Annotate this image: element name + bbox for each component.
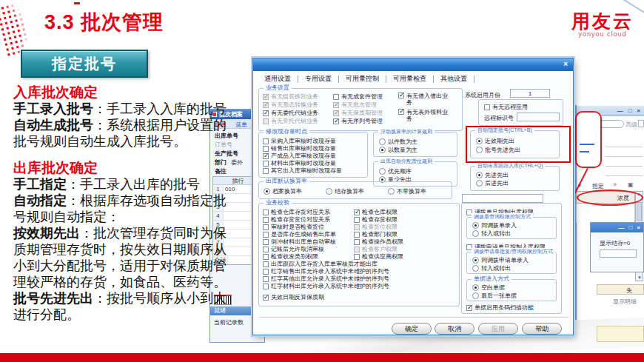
minimize-icon[interactable]: — [617, 107, 623, 114]
radio-row[interactable]: 档案换算率 [264, 188, 302, 195]
checkbox[interactable] [263, 239, 269, 245]
checkbox[interactable] [354, 254, 360, 260]
radio-row[interactable]: 转入或转出 [472, 230, 511, 237]
checkbox-row[interactable]: 材料出库审核时改现存量 [263, 160, 336, 167]
checkbox-row[interactable]: 检查存货货位对应关系 [263, 216, 330, 223]
checkbox[interactable] [354, 232, 360, 238]
radio[interactable] [476, 172, 483, 178]
checkbox-row[interactable]: 采购入库审核时改现存量 [263, 138, 336, 144]
checkbox[interactable] [263, 153, 269, 159]
radio[interactable] [379, 138, 386, 145]
checkbox-row[interactable]: 检查仓库权限 [354, 209, 398, 215]
checkbox-row[interactable]: 检查部门权限 [354, 231, 398, 238]
checkbox[interactable] [354, 247, 360, 252]
checkbox-row[interactable]: 有无委托代销业务 [263, 110, 318, 116]
cancel-button[interactable]: 取消 [435, 323, 474, 335]
close-icon[interactable]: × [637, 107, 640, 114]
checkbox-row[interactable]: 有无组装拆卸业务 [263, 93, 318, 100]
show-detail-label[interactable]: 显示明细 [613, 298, 637, 306]
radio-row[interactable]: 转入或转出 [472, 265, 511, 272]
checkbox-row[interactable]: 检查收发类别权限 [263, 253, 318, 260]
checkbox[interactable] [263, 102, 269, 108]
radio-row[interactable]: 优先顺序 [379, 168, 412, 175]
checkbox-row[interactable]: 其它出入库审核时改现存量 [263, 167, 342, 174]
tab-general[interactable]: 通用设置 [258, 74, 298, 84]
remote-id-input[interactable] [517, 113, 560, 121]
checkbox[interactable] [263, 284, 269, 289]
radio[interactable] [472, 257, 479, 264]
radio[interactable] [326, 188, 332, 195]
checkbox-row[interactable]: 检查存货权限 [354, 216, 398, 223]
tab-avail-control[interactable]: 可用量控制 [339, 74, 386, 84]
empty-field[interactable] [462, 194, 543, 203]
checkbox[interactable] [263, 210, 269, 215]
radio[interactable] [379, 168, 386, 175]
radio-row[interactable]: 同调拨单录入 [472, 222, 517, 229]
radio-row[interactable]: 以件数为主 [379, 138, 417, 145]
checkbox-row[interactable]: 有无表外领料业务 [398, 109, 449, 122]
checkbox[interactable] [263, 232, 269, 238]
checkbox-row[interactable]: 有无批次管理 [333, 101, 377, 108]
radio[interactable] [472, 230, 479, 237]
close-icon[interactable]: × [563, 60, 568, 69]
window-icon[interactable]: ▣ [628, 181, 634, 188]
filter-icon[interactable] [638, 120, 644, 127]
radio-row[interactable]: 后进先出 [476, 180, 509, 187]
tab-avail-check[interactable]: 可用量检查 [386, 74, 433, 84]
checkbox[interactable] [263, 146, 269, 152]
checkbox-row[interactable]: 有无形态转换业务 [263, 101, 318, 108]
checkbox-row[interactable]: 有无成套件管理 [333, 93, 383, 100]
checkbox[interactable] [333, 94, 339, 100]
checkbox-row[interactable]: 失效日期反算保质期 [263, 294, 324, 301]
checkbox-row[interactable]: 倒冲材料出库单自动审核 [263, 238, 336, 245]
radio-row[interactable]: 空白单据 [472, 284, 505, 291]
advanced-link[interactable]: 高级 [625, 121, 637, 129]
checkbox[interactable] [354, 224, 360, 230]
checkbox[interactable] [398, 93, 404, 98]
checkbox-row[interactable]: 检查仓库存货对应关系 [263, 209, 330, 215]
checkbox[interactable] [333, 102, 339, 108]
checkbox[interactable] [263, 224, 269, 230]
inner-window-titlebar[interactable]: — □ × [591, 223, 643, 232]
checkbox[interactable] [263, 269, 269, 275]
start-month-input[interactable]: 1 [510, 89, 550, 98]
checkbox-row[interactable]: 有无保质期管理 [333, 110, 383, 116]
tab-special[interactable]: 专用设置 [298, 74, 338, 84]
maximize-icon[interactable]: □ [628, 107, 631, 114]
checkbox-row[interactable]: 产成品入库审核改现存量 [263, 152, 336, 159]
checkbox-row[interactable]: 检查供应商权限 [354, 253, 403, 260]
checkbox[interactable] [354, 217, 360, 223]
radio[interactable] [476, 180, 483, 187]
checkbox-row[interactable]: 单据启用条码扫描功能 [466, 304, 534, 311]
checkbox[interactable] [263, 161, 269, 167]
checkbox-row[interactable]: 检查客户权限 [354, 246, 398, 252]
checkbox-row[interactable]: 记账后允许取消审核 [263, 246, 324, 252]
checkbox[interactable] [466, 305, 472, 311]
checkbox[interactable] [263, 295, 269, 301]
close-icon[interactable]: × [637, 224, 640, 231]
scrollbar-thumb[interactable] [637, 202, 642, 221]
checkbox[interactable] [398, 109, 404, 115]
checkbox[interactable] [263, 247, 269, 252]
checkbox[interactable] [263, 118, 269, 124]
apply-button[interactable]: 应用 [478, 323, 518, 335]
confirm-button[interactable]: 确定 [392, 323, 432, 335]
checkbox[interactable] [263, 110, 269, 116]
checkbox-row[interactable]: 有无借入借出业务 [398, 93, 449, 106]
checkbox-row[interactable]: 有无序列号管理 [333, 118, 383, 124]
radio-row[interactable]: 最后一张单据 [472, 292, 517, 299]
checkbox-row[interactable]: 销售出库审核时改现存量 [263, 145, 336, 152]
checkbox[interactable] [484, 104, 490, 110]
zero-filter-input[interactable] [600, 249, 637, 258]
checkbox[interactable] [333, 110, 339, 116]
checkbox-row[interactable]: 有无远程应用 [484, 104, 528, 110]
radio-row[interactable]: 先进先出 [476, 172, 509, 178]
checkbox-row[interactable]: 是否库存生成销售出库单 [263, 231, 336, 238]
checkbox-row[interactable]: 检查操作员权限 [354, 238, 403, 245]
checkbox[interactable] [354, 210, 360, 215]
checkbox[interactable] [263, 94, 269, 100]
checkbox-row[interactable]: 检查货位权限 [354, 224, 398, 230]
checkbox[interactable] [333, 118, 339, 124]
radio-row[interactable]: 结存换算率 [326, 188, 364, 195]
help-button[interactable]: 帮助 [522, 323, 562, 335]
